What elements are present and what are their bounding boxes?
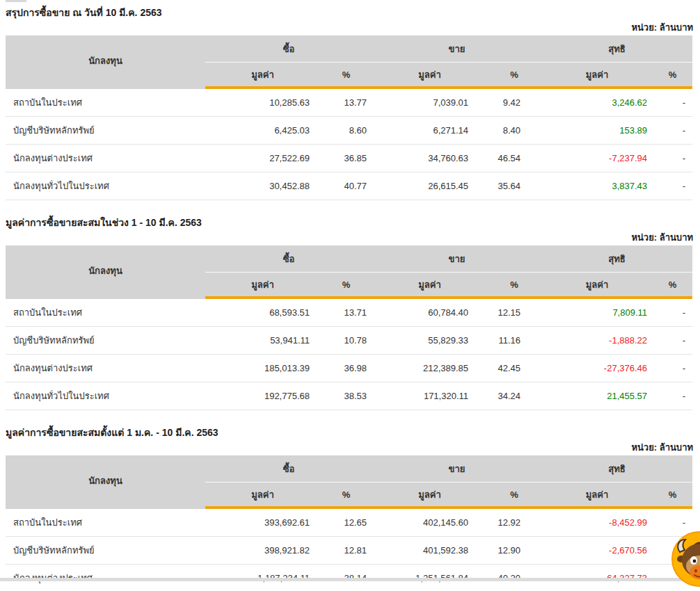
bull-mascot-chat-widget[interactable] xyxy=(670,531,700,587)
subheader-net-value: มูลค่า xyxy=(541,483,653,508)
subheader-sell-value: มูลค่า xyxy=(372,483,487,508)
sell-value-cell: 171,320.11 xyxy=(372,382,487,410)
investor-cell: สถาบันในประเทศ xyxy=(6,298,205,327)
investor-cell: นักลงทุนต่างประเทศ xyxy=(6,145,205,172)
subheader-sell-percent: % xyxy=(487,483,541,508)
unit-label: หน่วย: ล้านบาท xyxy=(0,232,700,243)
net-percent-cell: - xyxy=(653,382,692,410)
table-row: สถาบันในประเทศ 10,285.63 13.77 7,039.01 … xyxy=(6,88,692,117)
net-value-cell: 7,809.11 xyxy=(541,298,653,327)
buy-value-cell: 30,452.88 xyxy=(205,172,320,200)
section-cumulative-month: มูลค่าการซื้อขายสะสมในช่วง 1 - 10 มี.ค. … xyxy=(0,210,700,410)
investor-cell: นักลงทุนทั่วไปในประเทศ xyxy=(6,172,205,200)
sell-percent-cell: 42.45 xyxy=(487,355,541,382)
table-row: บัญชีบริษัทหลักทรัพย์ 53,941.11 10.78 55… xyxy=(6,327,692,355)
subheader-sell-value: มูลค่า xyxy=(372,63,487,88)
subheader-net-percent: % xyxy=(653,483,692,508)
clipped-element-fragment xyxy=(6,0,26,2)
buy-percent-cell: 13.77 xyxy=(320,88,372,117)
investor-trading-table: นักลงทุน ซื้อ ขาย สุทธิ มูลค่า % มูลค่า … xyxy=(6,35,692,200)
section-cumulative-ytd: มูลค่าการซื้อขายสะสมตั้งแต่ 1 ม.ค. - 10 … xyxy=(0,420,700,591)
unit-label: หน่วย: ล้านบาท xyxy=(0,22,700,33)
net-value-cell: -8,452.99 xyxy=(541,508,653,537)
net-percent-cell: - xyxy=(653,355,692,382)
net-percent-cell: - xyxy=(653,327,692,355)
investor-cell: บัญชีบริษัทหลักทรัพย์ xyxy=(6,117,205,145)
buy-value-cell: 53,941.11 xyxy=(205,327,320,355)
sell-percent-cell: 12.92 xyxy=(487,508,541,537)
buy-percent-cell: 12.81 xyxy=(320,537,372,565)
table-row: สถาบันในประเทศ 393,692.61 12.65 402,145.… xyxy=(6,508,692,537)
buy-value-cell: 185,013.39 xyxy=(205,355,320,382)
column-header-investor: นักลงทุน xyxy=(6,35,205,88)
column-header-net: สุทธิ xyxy=(541,35,692,63)
sell-value-cell: 34,760.63 xyxy=(372,145,487,172)
sell-value-cell: 7,039.01 xyxy=(372,88,487,117)
sell-percent-cell: 11.16 xyxy=(487,327,541,355)
table-row: นักลงทุนทั่วไปในประเทศ 30,452.88 40.77 2… xyxy=(6,172,692,200)
section-title: มูลค่าการซื้อขายสะสมตั้งแต่ 1 ม.ค. - 10 … xyxy=(0,420,700,439)
table-row: นักลงทุนต่างประเทศ 185,013.39 36.98 212,… xyxy=(6,355,692,382)
sell-value-cell: 401,592.38 xyxy=(372,537,487,565)
horizontal-scrollbar[interactable] xyxy=(0,578,700,581)
unit-label: หน่วย: ล้านบาท xyxy=(0,442,700,453)
column-header-sell: ขาย xyxy=(372,455,541,483)
column-header-buy: ซื้อ xyxy=(205,35,372,63)
subheader-net-percent: % xyxy=(653,63,692,88)
net-percent-cell: - xyxy=(653,145,692,172)
investor-cell: บัญชีบริษัทหลักทรัพย์ xyxy=(6,537,205,565)
column-header-sell: ขาย xyxy=(372,245,541,273)
investor-trading-table: นักลงทุน ซื้อ ขาย สุทธิ มูลค่า % มูลค่า … xyxy=(6,455,692,591)
sell-percent-cell: 34.24 xyxy=(487,382,541,410)
sell-value-cell: 402,145.60 xyxy=(372,508,487,537)
subheader-buy-percent: % xyxy=(320,483,372,508)
subheader-sell-value: มูลค่า xyxy=(372,273,487,298)
net-percent-cell: - xyxy=(653,172,692,200)
net-value-cell: 3,837.43 xyxy=(541,172,653,200)
net-percent-cell: - xyxy=(653,298,692,327)
sell-percent-cell: 12.90 xyxy=(487,537,541,565)
net-value-cell: 153.89 xyxy=(541,117,653,145)
buy-percent-cell: 12.65 xyxy=(320,508,372,537)
investor-cell: บัญชีบริษัทหลักทรัพย์ xyxy=(6,327,205,355)
buy-percent-cell: 36.98 xyxy=(320,355,372,382)
buy-percent-cell: 40.77 xyxy=(320,172,372,200)
buy-percent-cell: 10.78 xyxy=(320,327,372,355)
buy-value-cell: 192,775.68 xyxy=(205,382,320,410)
subheader-buy-value: มูลค่า xyxy=(205,63,320,88)
sell-value-cell: 212,389.85 xyxy=(372,355,487,382)
subheader-buy-percent: % xyxy=(320,273,372,298)
column-header-net: สุทธิ xyxy=(541,455,692,483)
buy-percent-cell: 8.60 xyxy=(320,117,372,145)
investor-cell: นักลงทุนต่างประเทศ xyxy=(6,355,205,382)
section-title: มูลค่าการซื้อขายสะสมในช่วง 1 - 10 มี.ค. … xyxy=(0,210,700,229)
net-percent-cell: - xyxy=(653,117,692,145)
net-value-cell: 21,455.57 xyxy=(541,382,653,410)
sell-value-cell: 60,784.40 xyxy=(372,298,487,327)
sell-percent-cell: 9.42 xyxy=(487,88,541,117)
buy-percent-cell: 38.53 xyxy=(320,382,372,410)
subheader-buy-value: มูลค่า xyxy=(205,483,320,508)
subheader-sell-percent: % xyxy=(487,273,541,298)
subheader-net-value: มูลค่า xyxy=(541,273,653,298)
table-row: บัญชีบริษัทหลักทรัพย์ 6,425.03 8.60 6,27… xyxy=(6,117,692,145)
section-title: สรุปการซื้อขาย ณ วันที่ 10 มี.ค. 2563 xyxy=(0,0,700,19)
sell-value-cell: 26,615.45 xyxy=(372,172,487,200)
column-header-investor: นักลงทุน xyxy=(6,245,205,298)
net-value-cell: -2,670.56 xyxy=(541,537,653,565)
table-row: นักลงทุนต่างประเทศ 27,522.69 36.85 34,76… xyxy=(6,145,692,172)
buy-value-cell: 27,522.69 xyxy=(205,145,320,172)
section-daily-summary: สรุปการซื้อขาย ณ วันที่ 10 มี.ค. 2563 หน… xyxy=(0,0,700,200)
subheader-net-value: มูลค่า xyxy=(541,63,653,88)
bull-mascot-icon xyxy=(670,531,700,587)
sell-percent-cell: 12.15 xyxy=(487,298,541,327)
column-header-buy: ซื้อ xyxy=(205,245,372,273)
net-value-cell: -27,376.46 xyxy=(541,355,653,382)
column-header-net: สุทธิ xyxy=(541,245,692,273)
subheader-sell-percent: % xyxy=(487,63,541,88)
sell-value-cell: 55,829.33 xyxy=(372,327,487,355)
subheader-net-percent: % xyxy=(653,273,692,298)
table-row: สถาบันในประเทศ 68,593.51 13.71 60,784.40… xyxy=(6,298,692,327)
investor-cell: สถาบันในประเทศ xyxy=(6,88,205,117)
buy-percent-cell: 13.71 xyxy=(320,298,372,327)
